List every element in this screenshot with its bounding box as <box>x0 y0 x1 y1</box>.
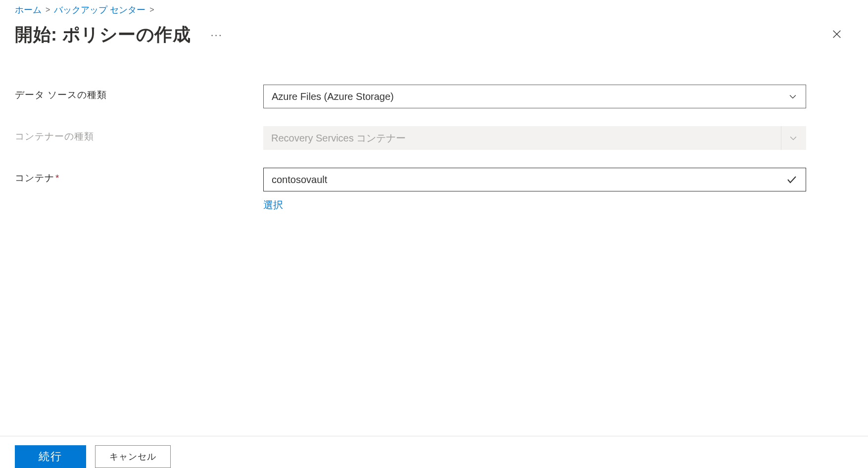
container-type-label: コンテナーの種類 <box>15 126 263 143</box>
datasource-type-row: データ ソースの種類 Azure Files (Azure Storage) <box>15 85 853 108</box>
breadcrumb-backup-center[interactable]: バックアップ センター <box>54 4 145 16</box>
close-icon <box>831 29 842 40</box>
footer: 続行 キャンセル <box>0 436 868 468</box>
page-title: 開始: ポリシーの作成 <box>15 23 191 47</box>
datasource-type-label: データ ソースの種類 <box>15 85 263 101</box>
header: 開始: ポリシーの作成 ··· <box>0 18 868 65</box>
required-indicator: * <box>55 173 59 183</box>
container-label: コンテナ* <box>15 168 263 185</box>
close-button[interactable] <box>827 25 846 45</box>
datasource-type-dropdown[interactable]: Azure Files (Azure Storage) <box>263 85 806 108</box>
form: データ ソースの種類 Azure Files (Azure Storage) コ… <box>0 65 868 212</box>
chevron-down-icon <box>788 92 798 101</box>
chevron-down-icon <box>788 133 798 143</box>
continue-button[interactable]: 続行 <box>15 445 86 468</box>
container-dropdown[interactable]: contosovault <box>263 168 806 191</box>
container-value: contosovault <box>272 174 786 186</box>
container-type-dropdown: Recovery Services コンテナー <box>263 126 806 150</box>
container-type-value: Recovery Services コンテナー <box>271 132 781 145</box>
datasource-type-value: Azure Files (Azure Storage) <box>272 91 788 102</box>
checkmark-icon <box>786 174 798 186</box>
more-actions-button[interactable]: ··· <box>211 29 223 42</box>
breadcrumb-separator-icon: > <box>149 5 154 14</box>
select-container-link[interactable]: 選択 <box>263 198 283 212</box>
breadcrumb-home[interactable]: ホーム <box>15 4 42 16</box>
breadcrumb: ホーム > バックアップ センター > <box>0 0 868 18</box>
container-row: コンテナ* contosovault 選択 <box>15 168 853 212</box>
container-type-row: コンテナーの種類 Recovery Services コンテナー <box>15 126 853 150</box>
cancel-button[interactable]: キャンセル <box>95 445 171 468</box>
breadcrumb-separator-icon: > <box>46 5 50 14</box>
